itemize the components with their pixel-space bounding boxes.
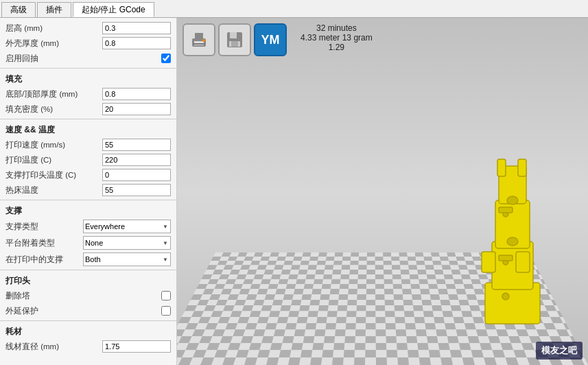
delete-tower-label: 删除塔	[5, 291, 161, 301]
tab-bar: 高级 插件 起始/停止 GCode	[0, 0, 588, 18]
svg-rect-8	[231, 41, 238, 47]
fill-section-header: 填充	[0, 71, 176, 86]
svg-rect-16	[516, 252, 530, 272]
ooze-shield-checkbox[interactable]	[161, 306, 171, 316]
support-head-temp-label: 支撑打印头温度 (C)	[5, 170, 102, 180]
print-temp-row: 打印温度 (C)	[0, 152, 176, 167]
support-type-label: 支撑类型	[5, 222, 83, 232]
left-panel: 层高 (mm) 外壳厚度 (mm) 启用回抽 填充 底部/顶部厚度 (mm) 填…	[0, 18, 177, 365]
svg-point-4	[202, 39, 205, 42]
filament-diameter-label: 线材直径 (mm)	[5, 342, 102, 352]
layer-height-label: 层高 (mm)	[5, 23, 102, 34]
retraction-label: 启用回抽	[5, 54, 161, 64]
save-icon	[224, 29, 246, 51]
support-in-print-wrapper: Both Inside Only Outside Only None	[83, 252, 171, 266]
support-in-print-select[interactable]: Both Inside Only Outside Only None	[83, 252, 171, 266]
platform-attach-select[interactable]: None Brim Raft	[83, 236, 171, 250]
filament-section-header: 耗材	[0, 323, 176, 339]
shell-thickness-label: 外壳厚度 (mm)	[5, 38, 102, 49]
divider-4	[0, 270, 176, 270]
watermark: 模友之吧	[536, 342, 583, 360]
print-temp-input[interactable]	[102, 154, 171, 166]
shell-thickness-input[interactable]	[102, 37, 171, 49]
bed-temp-label: 热床温度	[5, 185, 102, 196]
divider-1	[0, 68, 176, 69]
support-in-print-label: 在打印中的支撑	[5, 255, 83, 265]
retraction-row: 启用回抽	[0, 51, 176, 66]
ooze-shield-row: 外延保护	[0, 303, 176, 318]
svg-point-19	[502, 293, 509, 300]
print-time: 32 minutes	[301, 23, 373, 33]
svg-rect-15	[482, 252, 495, 272]
support-in-print-row: 在打印中的支撑 Both Inside Only Outside Only No…	[0, 251, 176, 268]
speed-temp-header: 速度 && 温度	[0, 121, 176, 137]
filament-diameter-row: 线材直径 (mm)	[0, 339, 176, 354]
delete-tower-checkbox[interactable]	[161, 291, 171, 301]
print-icon	[188, 29, 210, 51]
svg-point-22	[507, 237, 518, 246]
print-temp-label: 打印温度 (C)	[5, 155, 102, 165]
save-button[interactable]	[218, 23, 251, 56]
fill-density-input[interactable]	[102, 103, 171, 115]
tab-advanced[interactable]: 高级	[1, 2, 36, 17]
ooze-shield-label: 外延保护	[5, 306, 161, 316]
layer-height-input[interactable]	[102, 22, 171, 34]
svg-rect-13	[497, 159, 506, 176]
svg-rect-3	[193, 43, 204, 45]
layer-height-row: 层高 (mm)	[0, 21, 176, 36]
print-button[interactable]	[183, 23, 215, 56]
divider-5	[0, 320, 176, 321]
delete-tower-row: 删除塔	[0, 288, 176, 303]
fill-density-row: 填充密度 (%)	[0, 102, 176, 117]
support-type-select[interactable]: Everywhere Touching Buildplate None	[83, 220, 171, 233]
print-version: 1.29	[301, 43, 373, 52]
printhead-section-header: 打印头	[0, 272, 176, 288]
platform-attach-row: 平台附着类型 None Brim Raft	[0, 235, 176, 251]
platform-attach-label: 平台附着类型	[5, 238, 83, 248]
svg-rect-14	[518, 159, 526, 176]
top-bottom-thickness-input[interactable]	[102, 88, 171, 100]
support-type-row: 支撑类型 Everywhere Touching Buildplate None	[0, 218, 176, 235]
robot-arm-model	[416, 145, 588, 351]
print-material: 4.33 meter 13 gram	[301, 33, 373, 43]
platform-attach-wrapper: None Brim Raft	[83, 236, 171, 250]
fill-density-label: 填充密度 (%)	[5, 104, 102, 115]
divider-3	[0, 200, 176, 200]
svg-rect-6	[230, 32, 237, 38]
print-speed-label: 打印速度 (mm/s)	[5, 140, 102, 150]
top-bottom-thickness-row: 底部/顶部厚度 (mm)	[0, 86, 176, 102]
svg-rect-2	[195, 33, 203, 40]
ym-button[interactable]: YM	[254, 23, 287, 56]
tab-plugins[interactable]: 插件	[37, 2, 71, 17]
filament-diameter-input[interactable]	[102, 340, 171, 353]
print-info: 32 minutes 4.33 meter 13 gram 1.29	[301, 23, 373, 52]
print-speed-input[interactable]	[102, 139, 171, 151]
ym-label: YM	[261, 33, 280, 47]
tab-gcode[interactable]: 起始/停止 GCode	[73, 2, 154, 17]
svg-point-23	[507, 196, 518, 204]
bed-temp-row: 热床温度	[0, 182, 176, 198]
retraction-checkbox[interactable]	[161, 54, 171, 63]
print-speed-row: 打印速度 (mm/s)	[0, 137, 176, 152]
support-section-header: 支撑	[0, 202, 176, 218]
main-area: 层高 (mm) 外壳厚度 (mm) 启用回抽 填充 底部/顶部厚度 (mm) 填…	[0, 18, 588, 365]
top-bottom-thickness-label: 底部/顶部厚度 (mm)	[5, 89, 102, 99]
svg-rect-21	[499, 255, 513, 261]
viewport: YM 32 minutes 4.33 meter 13 gram 1.29	[177, 18, 588, 365]
support-type-wrapper: Everywhere Touching Buildplate None	[83, 220, 171, 233]
shell-thickness-row: 外壳厚度 (mm)	[0, 36, 176, 51]
support-head-temp-input[interactable]	[102, 169, 171, 181]
divider-2	[0, 119, 176, 119]
bed-temp-input[interactable]	[102, 184, 171, 196]
support-head-temp-row: 支撑打印头温度 (C)	[0, 167, 176, 182]
svg-rect-20	[499, 207, 513, 213]
viewport-toolbar: YM	[183, 23, 287, 56]
